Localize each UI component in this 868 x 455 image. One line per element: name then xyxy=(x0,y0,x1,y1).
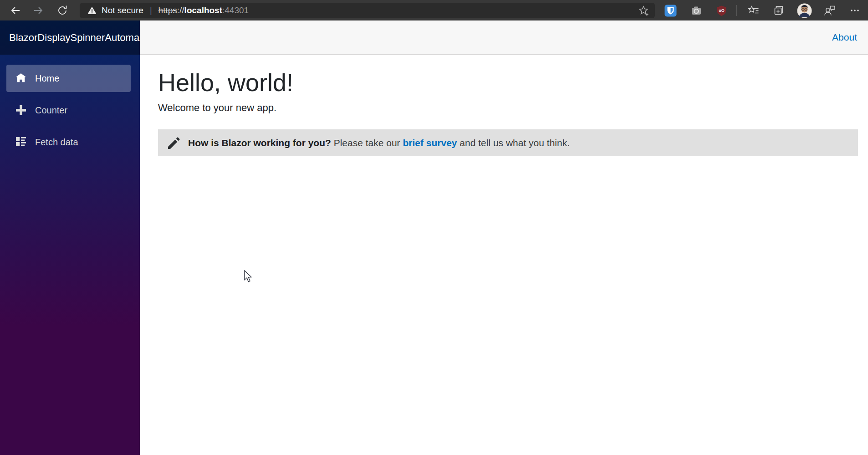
avatar-photo-icon xyxy=(797,3,812,18)
back-arrow-icon xyxy=(10,5,21,16)
survey-text: How is Blazor working for you? Please ta… xyxy=(188,138,570,148)
home-icon xyxy=(16,73,26,83)
ublock-shield-icon: uO xyxy=(715,5,728,17)
extension-camera-button[interactable] xyxy=(690,4,703,17)
sidebar-item-label: Fetch data xyxy=(35,137,78,148)
sidebar-nav: Home Counter Fetch data xyxy=(0,55,140,160)
feedback-button[interactable] xyxy=(823,4,836,17)
main-column: About Hello, world! Welcome to your new … xyxy=(140,20,868,455)
about-link[interactable]: About xyxy=(832,32,857,43)
profile-avatar[interactable] xyxy=(797,3,812,18)
svg-text:uO: uO xyxy=(719,8,725,12)
url-port: :44301 xyxy=(222,5,249,15)
toolbar-separator xyxy=(736,5,737,16)
address-bar[interactable]: Not secure | https://localhost:44301 xyxy=(80,3,655,18)
url-host: localhost xyxy=(184,5,222,15)
plus-icon xyxy=(16,105,26,115)
sidebar-item-counter[interactable]: Counter xyxy=(6,97,131,124)
not-secure-warning-icon xyxy=(87,5,97,15)
list-rich-icon xyxy=(16,137,26,147)
survey-text-before-link: Please take our xyxy=(331,138,403,148)
pencil-icon xyxy=(168,137,180,149)
collections-button[interactable] xyxy=(772,4,785,17)
forward-arrow-icon xyxy=(32,5,44,16)
survey-text-after-link: and tell us what you think. xyxy=(457,138,570,148)
app-brand-title: BlazorDisplaySpinnerAutoma xyxy=(9,32,139,44)
address-divider: | xyxy=(150,6,152,15)
app-top-bar: About xyxy=(140,20,868,55)
refresh-icon xyxy=(56,5,68,16)
page-title: Hello, world! xyxy=(158,68,858,97)
sidebar-item-fetch-data[interactable]: Fetch data xyxy=(6,128,131,156)
person-feedback-icon xyxy=(823,4,836,17)
bitwarden-shield-icon xyxy=(664,5,677,17)
sidebar: BlazorDisplaySpinnerAutoma Home Counter xyxy=(0,20,140,455)
extension-ublock-button[interactable]: uO xyxy=(715,4,728,17)
collections-icon xyxy=(772,4,785,17)
url-scheme: https xyxy=(158,5,177,15)
brief-survey-link[interactable]: brief survey xyxy=(403,138,457,148)
add-favorite-star-icon[interactable] xyxy=(638,5,649,16)
survey-question: How is Blazor working for you? xyxy=(188,138,331,148)
main-content: Hello, world! Welcome to your new app. H… xyxy=(140,55,868,156)
app-brand-bar: BlazorDisplaySpinnerAutoma xyxy=(0,20,140,55)
browser-toolbar: Not secure | https://localhost:44301 xyxy=(0,0,868,20)
security-status-label: Not secure xyxy=(102,5,143,15)
sidebar-item-label: Counter xyxy=(35,105,67,116)
forward-button[interactable] xyxy=(32,5,44,16)
browser-window: Not secure | https://localhost:44301 xyxy=(0,0,868,455)
ellipsis-icon xyxy=(848,4,861,17)
survey-banner: How is Blazor working for you? Please ta… xyxy=(158,129,858,156)
favorites-star-list-icon xyxy=(747,4,760,17)
app-root: BlazorDisplaySpinnerAutoma Home Counter xyxy=(0,20,868,455)
sidebar-item-label: Home xyxy=(35,73,59,84)
url-text: https://localhost:44301 xyxy=(158,5,249,15)
welcome-text: Welcome to your new app. xyxy=(158,102,858,114)
url-separator: :// xyxy=(177,5,184,15)
refresh-button[interactable] xyxy=(56,5,68,16)
settings-more-button[interactable] xyxy=(848,4,861,17)
back-button[interactable] xyxy=(10,5,21,16)
camera-icon xyxy=(690,5,702,16)
extension-bitwarden-button[interactable] xyxy=(664,4,677,17)
favorites-bar-button[interactable] xyxy=(747,4,760,17)
sidebar-item-home[interactable]: Home xyxy=(6,65,131,92)
